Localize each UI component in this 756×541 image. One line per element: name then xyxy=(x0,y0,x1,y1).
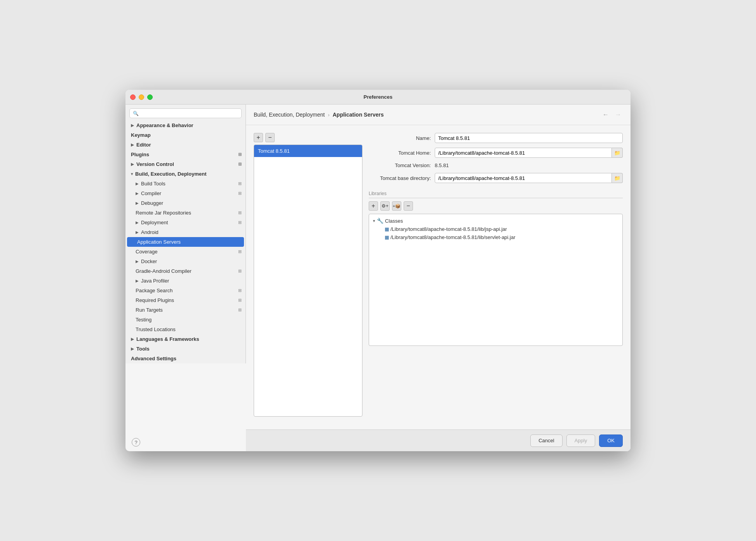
sidebar-item-gradle-android[interactable]: Gradle-Android Compiler ⊞ xyxy=(125,266,246,276)
cancel-button[interactable]: Cancel xyxy=(530,435,562,447)
classes-icon: 🔧 xyxy=(377,218,383,224)
sidebar-item-java-profiler[interactable]: ▶ Java Profiler xyxy=(125,276,246,286)
sidebar-item-android[interactable]: ▶ Android xyxy=(125,227,246,237)
settings-icon: ⊞ xyxy=(238,191,242,196)
add-server-button[interactable]: + xyxy=(254,133,263,142)
tomcat-home-input[interactable] xyxy=(435,148,612,158)
sidebar-item-debugger[interactable]: ▶ Debugger xyxy=(125,198,246,208)
apply-button[interactable]: Apply xyxy=(566,435,596,447)
sidebar-item-label: Application Servers xyxy=(137,239,181,245)
tomcat-base-label: Tomcat base directory: xyxy=(369,175,431,181)
sidebar-wrapper: 🔍 ▶ Appearance & Behavior Keymap ▶ Edito… xyxy=(125,105,246,451)
titlebar: Preferences xyxy=(125,90,631,105)
sidebar-item-deployment[interactable]: ▶ Deployment ⊞ xyxy=(125,218,246,227)
tomcat-home-browse-button[interactable]: 📁 xyxy=(612,148,623,158)
sidebar-item-plugins[interactable]: Plugins ⊞ xyxy=(125,150,246,159)
list-toolbar: + − xyxy=(254,133,362,142)
settings-icon: ⊞ xyxy=(238,210,242,215)
sidebar-item-appearance[interactable]: ▶ Appearance & Behavior xyxy=(125,120,246,130)
tomcat-base-input[interactable] xyxy=(435,173,612,183)
traffic-lights xyxy=(130,94,153,100)
sidebar-item-testing[interactable]: Testing xyxy=(125,315,246,325)
sidebar-item-label: Remote Jar Repositories xyxy=(136,210,191,216)
tomcat-base-browse-button[interactable]: 📁 xyxy=(612,173,623,183)
close-button[interactable] xyxy=(130,94,136,100)
server-list-item[interactable]: Tomcat 8.5.81 xyxy=(254,145,362,157)
jar1-path: /Library/tomcat8/apache-tomcat-8.5.81/li… xyxy=(390,226,507,232)
sidebar-item-label: Run Targets xyxy=(136,307,163,313)
sidebar-item-label: Gradle-Android Compiler xyxy=(136,268,192,274)
sidebar-item-label: Docker xyxy=(141,258,157,264)
jar2-path: /Library/tomcat8/apache-tomcat-8.5.81/li… xyxy=(390,234,516,240)
sidebar-item-label: Debugger xyxy=(141,200,163,206)
jar-icon: ▦ xyxy=(385,235,389,240)
remove-lib-button[interactable]: − xyxy=(404,201,413,211)
window-title: Preferences xyxy=(364,94,392,100)
add-lib-config-button[interactable]: ⚙+ xyxy=(380,201,390,211)
maximize-button[interactable] xyxy=(147,94,153,100)
ok-button[interactable]: OK xyxy=(599,435,623,447)
sidebar-item-languages[interactable]: ▶ Languages & Frameworks xyxy=(125,334,246,344)
main-content-area: 🔍 ▶ Appearance & Behavior Keymap ▶ Edito… xyxy=(125,105,631,451)
chevron-right-icon: ▶ xyxy=(131,143,134,147)
server-listbox: Tomcat 8.5.81 xyxy=(254,145,362,417)
main-panel: Build, Execution, Deployment › Applicati… xyxy=(246,105,631,451)
chevron-right-icon: ▶ xyxy=(136,230,139,234)
sidebar-item-label: Appearance & Behavior xyxy=(136,122,193,128)
sidebar-item-build-execution[interactable]: ▾ Build, Execution, Deployment xyxy=(125,169,246,179)
sidebar-item-label: Compiler xyxy=(141,190,161,196)
add-lib-item-button[interactable]: +📦 xyxy=(392,201,401,211)
breadcrumb-separator: › xyxy=(328,112,329,118)
sidebar-item-trusted-locations[interactable]: Trusted Locations xyxy=(125,325,246,334)
sidebar-item-editor[interactable]: ▶ Editor xyxy=(125,140,246,150)
help-button[interactable]: ? xyxy=(132,438,140,447)
tree-expand-icon[interactable]: ▾ xyxy=(373,218,375,223)
sidebar-item-coverage[interactable]: Coverage ⊞ xyxy=(125,247,246,257)
forward-button[interactable]: → xyxy=(613,110,623,119)
settings-icon: ⊞ xyxy=(238,269,242,274)
minimize-button[interactable] xyxy=(139,94,144,100)
sidebar-item-application-servers[interactable]: Application Servers xyxy=(127,237,244,247)
sidebar-item-version-control[interactable]: ▶ Version Control ⊞ xyxy=(125,159,246,169)
settings-icon: ⊞ xyxy=(238,162,242,167)
sidebar-item-required-plugins[interactable]: Required Plugins ⊞ xyxy=(125,295,246,305)
add-lib-button[interactable]: + xyxy=(369,201,378,211)
chevron-right-icon: ▶ xyxy=(136,181,139,186)
sidebar-item-label: Java Profiler xyxy=(141,278,169,284)
chevron-right-icon: ▶ xyxy=(131,123,134,127)
sidebar-item-build-tools[interactable]: ▶ Build Tools ⊞ xyxy=(125,179,246,188)
sidebar-item-label: Advanced Settings xyxy=(131,356,176,361)
classes-label: Classes xyxy=(385,218,403,224)
breadcrumb-parent: Build, Execution, Deployment xyxy=(254,112,325,118)
sidebar-item-package-search[interactable]: Package Search ⊞ xyxy=(125,286,246,295)
search-input[interactable] xyxy=(141,110,238,116)
sidebar-item-docker[interactable]: ▶ Docker xyxy=(125,257,246,266)
sidebar-item-run-targets[interactable]: Run Targets ⊞ xyxy=(125,305,246,315)
sidebar-item-keymap[interactable]: Keymap xyxy=(125,130,246,140)
settings-icon: ⊞ xyxy=(238,298,242,303)
jar-icon: ▦ xyxy=(385,227,389,232)
tomcat-base-row: Tomcat base directory: 📁 xyxy=(369,173,623,183)
chevron-right-icon: ▶ xyxy=(136,279,139,283)
tomcat-version-row: Tomcat Version: 8.5.81 xyxy=(369,162,623,168)
sidebar-item-label: Editor xyxy=(136,142,151,148)
tomcat-version-value: 8.5.81 xyxy=(435,162,449,168)
name-input[interactable] xyxy=(435,133,623,143)
lib-toolbar: + ⚙+ +📦 − xyxy=(369,201,623,211)
chevron-right-icon: ▶ xyxy=(136,220,139,225)
sidebar-item-label: Tools xyxy=(136,346,150,352)
remove-server-button[interactable]: − xyxy=(265,133,275,142)
search-box[interactable]: 🔍 xyxy=(129,108,242,118)
tomcat-base-field-wrapper: 📁 xyxy=(435,173,623,183)
sidebar-item-compiler[interactable]: ▶ Compiler ⊞ xyxy=(125,188,246,198)
tomcat-version-label: Tomcat Version: xyxy=(369,162,431,168)
sidebar-item-tools[interactable]: ▶ Tools xyxy=(125,344,246,354)
sidebar-item-label: Testing xyxy=(136,317,152,323)
chevron-right-icon: ▶ xyxy=(136,259,139,264)
sidebar-item-remote-jar[interactable]: Remote Jar Repositories ⊞ xyxy=(125,208,246,218)
settings-icon: ⊞ xyxy=(238,152,242,157)
back-button[interactable]: ← xyxy=(601,110,610,119)
jar1-tree-item: ▦ /Library/tomcat8/apache-tomcat-8.5.81/… xyxy=(383,225,620,233)
name-row: Name: xyxy=(369,133,623,143)
sidebar-item-advanced[interactable]: Advanced Settings xyxy=(125,354,246,363)
